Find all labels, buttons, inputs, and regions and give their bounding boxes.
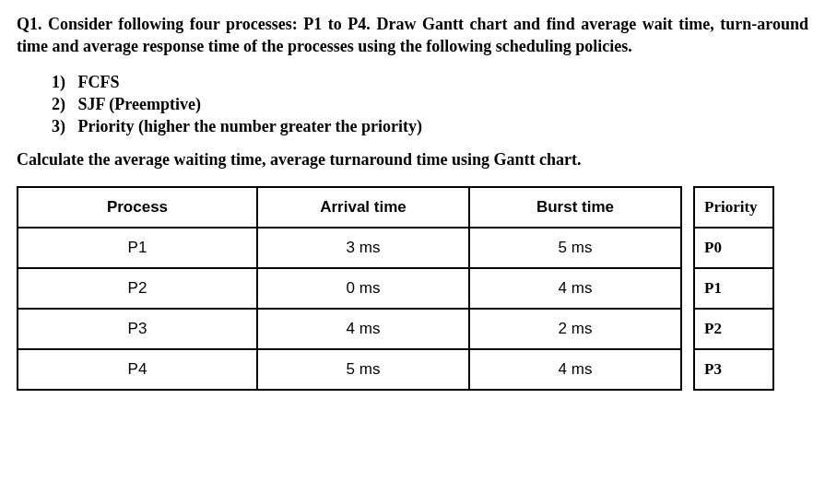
table-row: P3 4 ms 2 ms [18, 309, 681, 349]
table-row: P2 [694, 309, 773, 349]
header-process: Process [18, 187, 257, 228]
cell-priority: P2 [694, 309, 773, 349]
cell-burst: 4 ms [469, 349, 681, 390]
policy-item: 1) FCFS [52, 71, 808, 93]
cell-burst: 2 ms [469, 309, 681, 349]
policy-num: 1) [52, 71, 74, 93]
policy-text: SJF (Preemptive) [78, 95, 201, 113]
header-arrival: Arrival time [257, 187, 469, 228]
cell-arrival: 3 ms [257, 228, 469, 268]
cell-burst: 5 ms [469, 228, 681, 268]
question-text: Q1. Consider following four processes: P… [17, 13, 808, 58]
table-row: P4 5 ms 4 ms [18, 349, 681, 390]
cell-priority: P0 [694, 228, 773, 268]
policies-list: 1) FCFS 2) SJF (Preemptive) 3) Priority … [52, 71, 808, 138]
table-row: P3 [694, 349, 773, 390]
header-burst: Burst time [469, 187, 681, 228]
policy-item: 3) Priority (higher the number greater t… [52, 115, 808, 137]
table-row: P1 3 ms 5 ms [18, 228, 681, 268]
cell-arrival: 5 ms [257, 349, 469, 390]
table-header-row: Process Arrival time Burst time [18, 187, 681, 228]
table-row: P0 [694, 228, 773, 268]
process-table: Process Arrival time Burst time P1 3 ms … [17, 186, 682, 391]
cell-process: P2 [18, 268, 257, 309]
cell-priority: P3 [694, 349, 773, 390]
instruction-text: Calculate the average waiting time, aver… [17, 150, 808, 170]
tables-container: Process Arrival time Burst time P1 3 ms … [17, 186, 808, 391]
cell-process: P4 [18, 349, 257, 390]
cell-burst: 4 ms [469, 268, 681, 309]
policy-text: Priority (higher the number greater the … [78, 117, 423, 135]
priority-table: Priority P0 P1 P2 P3 [693, 186, 774, 391]
table-row: P1 [694, 268, 773, 309]
table-header-row: Priority [694, 187, 773, 228]
policy-num: 2) [52, 93, 74, 115]
cell-priority: P1 [694, 268, 773, 309]
header-priority: Priority [694, 187, 773, 228]
policy-num: 3) [52, 115, 74, 137]
cell-arrival: 4 ms [257, 309, 469, 349]
cell-process: P1 [18, 228, 257, 268]
policy-item: 2) SJF (Preemptive) [52, 93, 808, 115]
table-row: P2 0 ms 4 ms [18, 268, 681, 309]
cell-process: P3 [18, 309, 257, 349]
policy-text: FCFS [78, 73, 120, 91]
cell-arrival: 0 ms [257, 268, 469, 309]
